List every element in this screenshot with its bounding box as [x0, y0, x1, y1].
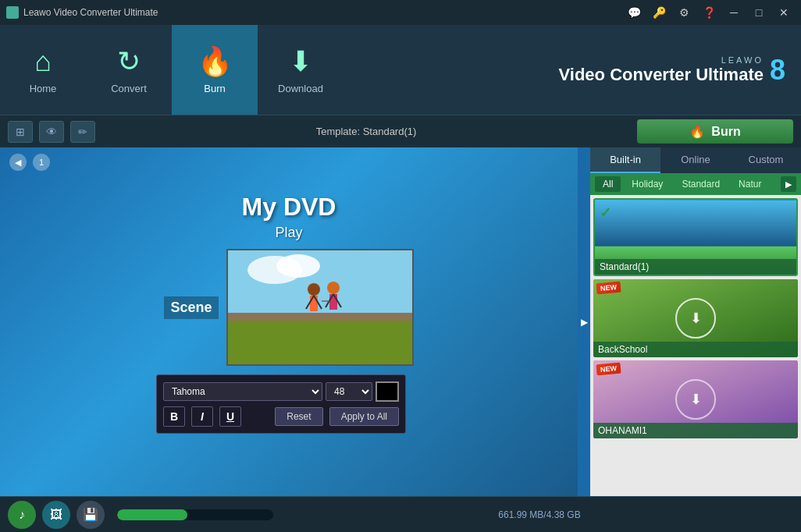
burn-button[interactable]: 🔥 Burn [637, 119, 793, 144]
preview-page-num: 1 [33, 154, 50, 171]
reset-btn[interactable]: Reset [275, 407, 322, 426]
app-logo [6, 6, 19, 19]
burn-btn-label: Burn [711, 125, 740, 139]
svg-text:⬇: ⬇ [690, 310, 702, 326]
tab-builtin-label: Built-in [610, 154, 641, 165]
format-row-2: B I U Reset Apply to All [163, 406, 399, 427]
preview-btn[interactable]: 👁 [39, 121, 64, 143]
svg-text:⬇: ⬇ [690, 392, 702, 407]
text-format-toolbar: Tahoma 48 B I U Reset Apply to All [156, 374, 406, 434]
progress-container [117, 509, 273, 520]
dvd-content: My DVD Play Scene [0, 177, 578, 381]
logo-area: LEAWO Video Converter Ultimate 8 [559, 25, 801, 115]
format-row-1: Tahoma 48 [163, 381, 399, 402]
preview-header: ◀ 1 [0, 147, 578, 177]
photo-btn[interactable]: 🖼 [42, 501, 70, 529]
tab-builtin[interactable]: Built-in [590, 147, 660, 173]
message-icon-btn[interactable]: 💬 [623, 4, 645, 21]
svg-point-5 [308, 283, 320, 296]
home-icon: ⌂ [34, 45, 52, 78]
arrow-icon: ▶ [581, 317, 588, 328]
preview-back-btn[interactable]: ◀ [9, 154, 27, 171]
nav-convert-label: Convert [111, 83, 147, 94]
bold-btn[interactable]: B [163, 406, 185, 427]
title-bar-left: Leawo Video Converter Ultimate [6, 6, 158, 19]
italic-btn[interactable]: I [191, 406, 213, 427]
filter-next-btn[interactable]: ▶ [781, 176, 796, 192]
svg-rect-6 [310, 296, 318, 311]
nav-convert[interactable]: ↻ Convert [86, 25, 172, 115]
logo-version: 8 [770, 54, 785, 87]
minimize-btn[interactable]: ─ [723, 4, 745, 21]
tab-online-label: Online [681, 154, 710, 165]
app-title: Leawo Video Converter Ultimate [23, 7, 158, 18]
nav-home[interactable]: ⌂ Home [0, 25, 86, 115]
tab-custom-label: Custom [749, 154, 784, 165]
template-badge-new: NEW [596, 363, 621, 376]
apply-all-btn[interactable]: Apply to All [329, 407, 399, 426]
right-panel: Built-in Online Custom All Holiday Stand… [590, 147, 801, 496]
dvd-title: My DVD [242, 193, 336, 222]
font-select[interactable]: Tahoma [163, 382, 322, 401]
convert-icon: ↻ [117, 45, 141, 78]
burn-icon-btn: 🔥 [689, 124, 705, 139]
filter-all[interactable]: All [595, 176, 621, 192]
dvd-play: Play [275, 225, 302, 241]
close-btn[interactable]: ✕ [773, 4, 795, 21]
thumbnail-bg [228, 250, 412, 364]
preview-panel: ◀ 1 My DVD Play Scene [0, 147, 578, 496]
nav-burn[interactable]: 🔥 Burn [172, 25, 258, 115]
filter-nature[interactable]: Natur [731, 176, 769, 192]
right-panel-tabs: Built-in Online Custom [590, 147, 801, 173]
dvd-scene-row: Scene [164, 249, 413, 366]
color-swatch[interactable] [376, 381, 399, 402]
filter-standard[interactable]: Standard [674, 176, 728, 192]
save-btn[interactable]: 💾 [77, 501, 105, 529]
key-icon-btn[interactable]: 🔑 [648, 4, 670, 21]
svg-rect-14 [595, 200, 796, 246]
grid-view-btn[interactable]: ⊞ [8, 121, 33, 143]
title-bar-controls: 💬 🔑 ⚙ ❓ ─ □ ✕ [623, 4, 795, 21]
template-label: Template: Standard(1) [101, 126, 631, 137]
nav-download[interactable]: ⬇ Download [258, 25, 344, 115]
template-item[interactable]: ⬇ NEW BackSchool [593, 279, 798, 357]
download-icon: ⬇ [289, 45, 312, 78]
template-badge-new: NEW [596, 282, 621, 295]
tab-custom[interactable]: Custom [731, 147, 801, 173]
burn-icon: 🔥 [198, 45, 233, 78]
svg-rect-0 [228, 250, 414, 313]
video-thumbnail [226, 249, 414, 366]
nav-burn-label: Burn [204, 83, 225, 94]
nav-download-label: Download [278, 83, 323, 94]
svg-point-2 [276, 254, 320, 278]
underline-btn[interactable]: U [219, 406, 241, 427]
panel-expand-arrow[interactable]: ▶ [578, 147, 590, 496]
dvd-scene-label: Scene [164, 296, 218, 319]
template-item[interactable]: ⬇ NEW OHANAMI1 [593, 360, 798, 438]
filter-holiday[interactable]: Holiday [624, 176, 671, 192]
maximize-btn[interactable]: □ [748, 4, 770, 21]
svg-point-9 [327, 282, 340, 294]
nav-bar: ⌂ Home ↻ Convert 🔥 Burn ⬇ Download LEAWO… [0, 25, 801, 115]
svg-rect-10 [329, 294, 337, 310]
nav-home-label: Home [30, 83, 57, 94]
music-btn[interactable]: ♪ [8, 501, 36, 529]
logo-product: Video Converter Ultimate [559, 65, 764, 85]
storage-text: 661.99 MB/4.38 GB [286, 509, 793, 520]
logo-text: LEAWO Video Converter Ultimate [559, 55, 764, 85]
filter-tabs: All Holiday Standard Natur ▶ [590, 173, 801, 195]
logo-brand: LEAWO [559, 55, 764, 65]
template-name: OHANAMI1 [593, 423, 798, 438]
status-bar: ♪ 🖼 💾 661.99 MB/4.38 GB [0, 496, 801, 532]
size-select[interactable]: 48 [326, 382, 372, 401]
template-name: BackSchool [593, 342, 798, 357]
title-bar: Leawo Video Converter Ultimate 💬 🔑 ⚙ ❓ ─… [0, 0, 801, 25]
toolbar: ⊞ 👁 ✏ Template: Standard(1) 🔥 Burn [0, 115, 801, 147]
edit-btn[interactable]: ✏ [70, 121, 95, 143]
tab-online[interactable]: Online [660, 147, 731, 173]
template-item[interactable]: ✓ Standard(1) [593, 198, 798, 276]
main-area: ◀ 1 My DVD Play Scene [0, 147, 801, 496]
help-icon-btn[interactable]: ❓ [698, 4, 720, 21]
settings-icon-btn[interactable]: ⚙ [673, 4, 695, 21]
template-check-icon: ✓ [600, 204, 611, 222]
